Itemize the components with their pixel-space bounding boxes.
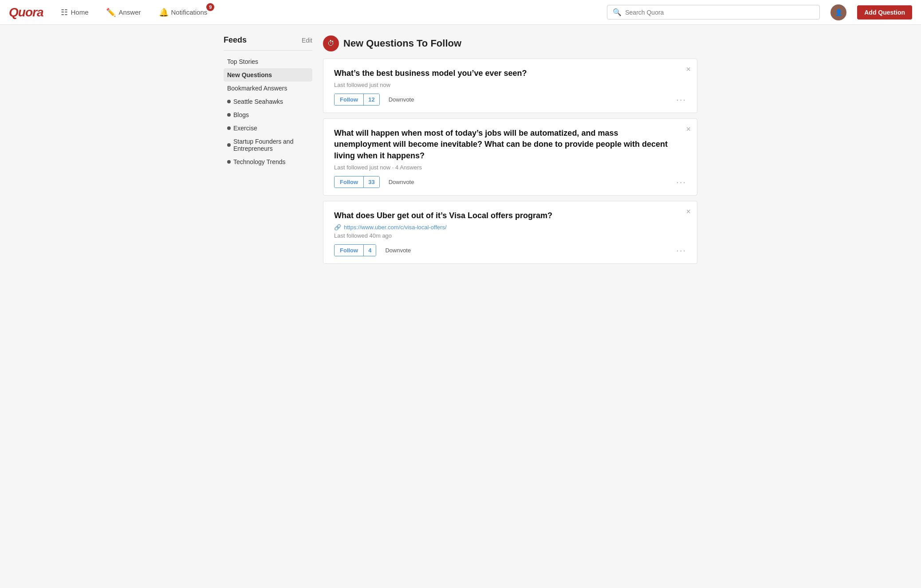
main-content: ⏱ New Questions To Follow ×What’s the be… (323, 35, 697, 269)
sidebar-item-label: Technology Trends (233, 158, 286, 165)
page-layout: Feeds Edit Top StoriesNew QuestionsBookm… (216, 35, 705, 269)
notifications-wrapper: 🔔 Notifications 9 (155, 6, 211, 19)
questions-container: ×What’s the best business model you’ve e… (323, 59, 697, 264)
feed-title: New Questions To Follow (343, 38, 461, 49)
answer-icon: ✏️ (106, 8, 116, 17)
feed-header: ⏱ New Questions To Follow (323, 35, 697, 51)
add-question-button[interactable]: Add Question (857, 5, 912, 20)
sidebar-item-label: Bookmarked Answers (227, 85, 287, 92)
sidebar: Feeds Edit Top StoriesNew QuestionsBookm… (224, 35, 312, 269)
avatar[interactable]: 👤 (830, 4, 846, 20)
downvote-button[interactable]: Downvote (385, 176, 418, 188)
sidebar-item-label: Seattle Seahawks (233, 98, 283, 105)
home-label: Home (71, 8, 88, 16)
close-button[interactable]: × (686, 208, 691, 216)
sidebar-item-0[interactable]: Top Stories (224, 55, 312, 68)
follow-count: 12 (363, 94, 379, 105)
clock-icon: ⏱ (327, 39, 335, 47)
sidebar-dot (227, 126, 231, 130)
follow-button[interactable]: Follow 4 (334, 244, 376, 256)
search-icon: 🔍 (613, 8, 622, 16)
notifications-label: Notifications (171, 8, 208, 16)
bell-icon: 🔔 (159, 8, 169, 17)
sidebar-item-6[interactable]: Startup Founders and Entrepreneurs (224, 135, 312, 155)
question-meta: Last followed just now (334, 82, 686, 88)
question-title[interactable]: What’s the best business model you’ve ev… (334, 68, 686, 79)
search-input[interactable] (625, 9, 814, 16)
sidebar-item-label: Top Stories (227, 58, 258, 65)
more-options-button[interactable]: ··· (676, 177, 686, 187)
sidebar-header: Feeds Edit (224, 35, 312, 45)
sidebar-item-label: Exercise (233, 125, 257, 132)
sidebar-item-label: Blogs (233, 111, 249, 118)
logo[interactable]: Quora (9, 5, 43, 20)
answer-link[interactable]: ✏️ Answer (102, 6, 144, 19)
sidebar-items: Top StoriesNew QuestionsBookmarked Answe… (224, 55, 312, 169)
close-button[interactable]: × (686, 125, 691, 133)
sidebar-dot (227, 160, 231, 164)
follow-label[interactable]: Follow (335, 176, 363, 188)
sidebar-item-label: New Questions (227, 71, 272, 78)
question-actions: Follow 12 Downvote··· (334, 94, 686, 106)
follow-label[interactable]: Follow (335, 94, 363, 105)
notification-badge: 9 (206, 3, 214, 11)
sidebar-item-3[interactable]: Seattle Seahawks (224, 95, 312, 108)
more-options-button[interactable]: ··· (676, 94, 686, 105)
sidebar-item-2[interactable]: Bookmarked Answers (224, 82, 312, 95)
notifications-link[interactable]: 🔔 Notifications (155, 6, 211, 19)
close-button[interactable]: × (686, 65, 691, 73)
question-card: ×What’s the best business model you’ve e… (323, 59, 697, 113)
follow-count: 33 (363, 176, 379, 188)
link-text[interactable]: https://www.uber.com/c/visa-local-offers… (344, 224, 447, 231)
sidebar-item-4[interactable]: Blogs (224, 108, 312, 122)
avatar-icon: 👤 (835, 9, 842, 16)
navbar: Quora ☷ Home ✏️ Answer 🔔 Notifications 9… (0, 0, 921, 25)
question-actions: Follow 4 Downvote··· (334, 244, 686, 256)
question-card: ×What does Uber get out of it’s Visa Loc… (323, 201, 697, 264)
sidebar-item-label: Startup Founders and Entrepreneurs (233, 138, 309, 152)
question-link: 🔗https://www.uber.com/c/visa-local-offer… (334, 224, 686, 231)
link-icon: 🔗 (334, 224, 341, 231)
home-icon: ☷ (61, 8, 68, 17)
search-bar: 🔍 (607, 5, 820, 20)
downvote-button[interactable]: Downvote (385, 94, 418, 105)
sidebar-dot (227, 143, 231, 147)
sidebar-dot (227, 113, 231, 117)
feed-icon: ⏱ (323, 35, 339, 51)
question-meta: Last followed 40m ago (334, 232, 686, 239)
sidebar-title: Feeds (224, 35, 247, 45)
question-title[interactable]: What will happen when most of today’s jo… (334, 128, 686, 161)
question-actions: Follow 33 Downvote··· (334, 176, 686, 188)
sidebar-divider (224, 50, 312, 51)
sidebar-dot (227, 100, 231, 103)
question-meta: Last followed just now · 4 Answers (334, 164, 686, 171)
follow-count: 4 (363, 245, 376, 256)
sidebar-edit-button[interactable]: Edit (302, 37, 312, 44)
question-title[interactable]: What does Uber get out of it’s Visa Loca… (334, 210, 686, 221)
sidebar-item-7[interactable]: Technology Trends (224, 155, 312, 169)
follow-button[interactable]: Follow 33 (334, 176, 380, 188)
follow-label[interactable]: Follow (335, 245, 363, 256)
home-link[interactable]: ☷ Home (57, 6, 92, 19)
question-card: ×What will happen when most of today’s j… (323, 118, 697, 196)
follow-button[interactable]: Follow 12 (334, 94, 380, 106)
sidebar-item-1[interactable]: New Questions (224, 68, 312, 82)
answer-label: Answer (118, 8, 141, 16)
sidebar-item-5[interactable]: Exercise (224, 122, 312, 135)
downvote-button[interactable]: Downvote (382, 245, 414, 256)
more-options-button[interactable]: ··· (676, 245, 686, 255)
